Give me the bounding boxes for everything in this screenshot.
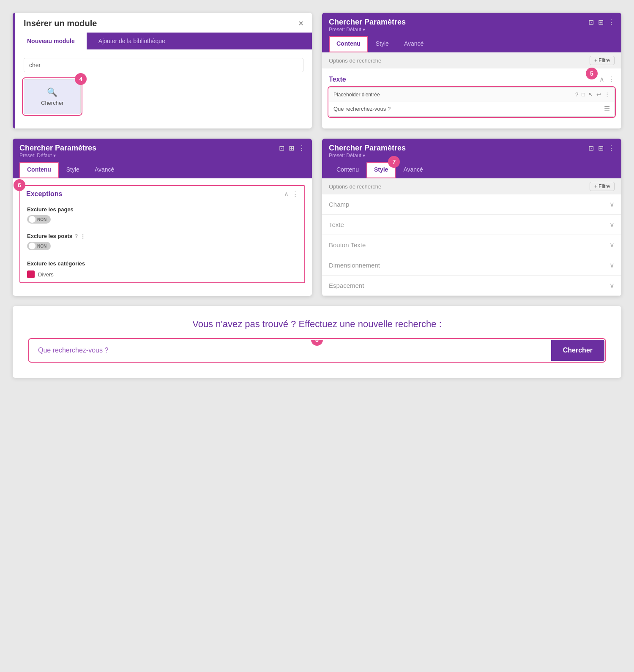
chevron-up-icon[interactable]: ∧ — [599, 75, 604, 83]
device-icon[interactable]: □ — [582, 91, 585, 98]
excl-categories-label: Exclure les catégories — [27, 260, 85, 267]
placeholder-field: Placeholder d'entrée ? □ ↖ ↩ ⋮ Que reche… — [329, 87, 615, 117]
more-exceptions[interactable]: ⋮ — [292, 190, 298, 198]
excl-pages-toggle[interactable]: NON — [27, 215, 51, 224]
panel-header-br: Chercher Paramètres ⊡ ⊞ ⋮ Preset: Défaut — [322, 139, 621, 162]
exceptions-header: Exceptions ∧ ⋮ — [20, 186, 304, 202]
placeholder-field-label: Placeholder d'entrée — [333, 92, 572, 98]
tab-style-br[interactable]: Style7 — [366, 162, 396, 178]
panel-header-top-right: Chercher Paramètres ⊡ ⊞ ⋮ Preset: Défaut — [322, 13, 621, 36]
preset-label-tr[interactable]: Preset: Défaut — [329, 27, 615, 33]
category-item: Divers — [27, 270, 298, 278]
panel-header-icons: ⊡ ⊞ ⋮ — [588, 18, 615, 26]
close-button[interactable]: × — [298, 19, 303, 28]
tab-bar-bl: Contenu Style Avancé — [13, 162, 312, 178]
tab-bibliotheque[interactable]: Ajouter de la bibliothèque — [87, 33, 177, 49]
excl-pages-label: Exclure les pages — [27, 206, 298, 213]
chercher-parametres-panel-top-right: Chercher Paramètres ⊡ ⊞ ⋮ Preset: Défaut… — [322, 13, 621, 128]
tab-avance-tr[interactable]: Avancé — [396, 36, 431, 52]
more-icon-bl[interactable]: ⋮ — [298, 144, 305, 152]
tab-nouveau-module[interactable]: Nouveau module — [15, 33, 87, 49]
accordion-dimensionnement-title: Dimensionnement — [329, 262, 380, 269]
tab-contenu-tr[interactable]: Contenu — [329, 36, 368, 52]
search-button-wrapper: 🔍 Chercher — [24, 79, 81, 114]
expand-icon-bl[interactable]: ⊡ — [279, 144, 284, 152]
options-bar-br: Options de recherche + Filtre — [322, 178, 621, 194]
excl-posts-toggle[interactable]: NON — [27, 242, 51, 250]
accordion-bouton-texte-header[interactable]: Bouton Texte ∨ — [322, 235, 621, 255]
panel-body-tr: Texte ∧ ⋮ 5 Placeholder d'entrée ? □ ↖ ↩… — [322, 68, 621, 128]
badge-5: 5 — [586, 68, 598, 79]
tab-avance-br[interactable]: Avancé — [396, 162, 430, 178]
accordion-champ-header[interactable]: Champ ∨ — [322, 194, 621, 214]
more-texte-icon[interactable]: ⋮ — [608, 75, 615, 83]
filtre-button-br[interactable]: + Filtre — [590, 182, 615, 191]
accordion-espacement-header[interactable]: Espacement ∨ — [322, 276, 621, 295]
panel-body-bl: Exceptions ∧ ⋮ Exclure les pages NON — [13, 178, 312, 290]
excl-posts-row: Exclure les posts ? ⋮ NON — [20, 229, 304, 255]
chercher-button[interactable]: 🔍 Chercher — [24, 79, 81, 114]
preset-label-br[interactable]: Preset: Défaut — [329, 153, 615, 158]
module-search-input[interactable] — [24, 58, 303, 72]
insert-modal-title: Insérer un module — [24, 19, 97, 28]
category-checkbox[interactable] — [27, 270, 35, 278]
panel-header-bl: Chercher Paramètres ⊡ ⊞ ⋮ Preset: Défaut — [13, 139, 312, 162]
preset-label-bl[interactable]: Preset: Défaut — [19, 153, 305, 158]
more-icon[interactable]: ⋮ — [608, 18, 615, 26]
lines-icon[interactable]: ☰ — [604, 105, 610, 113]
options-label-tr: Options de recherche — [329, 57, 381, 64]
bouton-chevron-icon: ∨ — [609, 241, 615, 249]
tab-contenu-bl[interactable]: Contenu — [19, 162, 59, 178]
texte-section-label: Texte — [329, 76, 346, 83]
accordion-panel: Champ ∨ Texte ∨ Bouton Texte ∨ Dimension… — [322, 194, 621, 296]
texte-chevron-icon: ∨ — [609, 221, 615, 229]
bottom-search-title: Vous n'avez pas trouvé ? Effectuez une n… — [30, 319, 604, 330]
more-icon-br[interactable]: ⋮ — [608, 144, 615, 152]
tab-style-tr[interactable]: Style — [368, 36, 396, 52]
espacement-chevron-icon: ∨ — [609, 281, 615, 290]
expand-icon[interactable]: ⊡ — [588, 18, 594, 26]
accordion-espacement: Espacement ∨ — [322, 276, 621, 296]
badge-6: 6 — [14, 179, 25, 191]
bottom-search-panel: Vous n'avez pas trouvé ? Effectuez une n… — [13, 306, 621, 378]
filtre-button-tr[interactable]: + Filtre — [590, 56, 615, 65]
tab-style-bl[interactable]: Style — [59, 162, 87, 178]
exceptions-label: Exceptions — [26, 190, 62, 198]
placeholder-value[interactable]: Que recherchez-vous ? — [333, 106, 391, 112]
bottom-chercher-button[interactable]: Chercher — [551, 340, 604, 361]
accordion-texte-header[interactable]: Texte ∨ — [322, 215, 621, 235]
accordion-bouton-texte-title: Bouton Texte — [329, 241, 366, 249]
tab-avance-bl[interactable]: Avancé — [87, 162, 122, 178]
options-bar-tr: Options de recherche + Filtre — [322, 52, 621, 68]
tab-contenu-br[interactable]: Contenu — [329, 162, 366, 178]
bottom-search-wrap: Chercher 8 — [30, 340, 604, 361]
excl-pages-row: Exclure les pages NON — [20, 202, 304, 229]
expand-icon-br[interactable]: ⊡ — [588, 144, 594, 152]
panel-title-top-right: Chercher Paramètres — [329, 18, 406, 27]
grid-icon[interactable]: ⊞ — [598, 18, 604, 26]
chercher-parametres-panel-bottom-left: Chercher Paramètres ⊡ ⊞ ⋮ Preset: Défaut… — [13, 139, 312, 296]
undo-icon[interactable]: ↩ — [596, 91, 601, 98]
grid-icon-bl[interactable]: ⊞ — [289, 144, 294, 152]
accordion-dimensionnement: Dimensionnement ∨ — [322, 255, 621, 276]
chevron-up-exceptions[interactable]: ∧ — [284, 190, 289, 198]
excl-categories-row: Exclure les catégories Divers — [20, 255, 304, 282]
accordion-dimensionnement-header[interactable]: Dimensionnement ∨ — [322, 255, 621, 275]
bottom-search-input[interactable] — [30, 340, 551, 361]
cursor-icon[interactable]: ↖ — [588, 91, 593, 98]
help-icon[interactable]: ? — [575, 91, 578, 98]
help-icon-posts[interactable]: ? — [75, 233, 78, 239]
more-field-icon[interactable]: ⋮ — [604, 91, 610, 98]
accordion-texte-title: Texte — [329, 221, 344, 228]
tab-bar-br: Contenu Style7 Avancé — [322, 162, 621, 178]
insert-module-panel: Insérer un module × Nouveau module Ajout… — [13, 13, 312, 128]
texte-section-row: Texte ∧ ⋮ — [329, 75, 615, 83]
dots-icon-posts[interactable]: ⋮ — [80, 233, 85, 239]
search-icon: 🔍 — [47, 87, 57, 97]
accordion-champ-title: Champ — [329, 201, 349, 208]
chercher-parametres-panel-bottom-right: Chercher Paramètres ⊡ ⊞ ⋮ Preset: Défaut… — [322, 139, 621, 296]
accordion-espacement-title: Espacement — [329, 282, 364, 289]
chercher-label: Chercher — [41, 100, 63, 106]
tab-bar-top-right: Contenu Style Avancé — [322, 36, 621, 52]
grid-icon-br[interactable]: ⊞ — [598, 144, 604, 152]
